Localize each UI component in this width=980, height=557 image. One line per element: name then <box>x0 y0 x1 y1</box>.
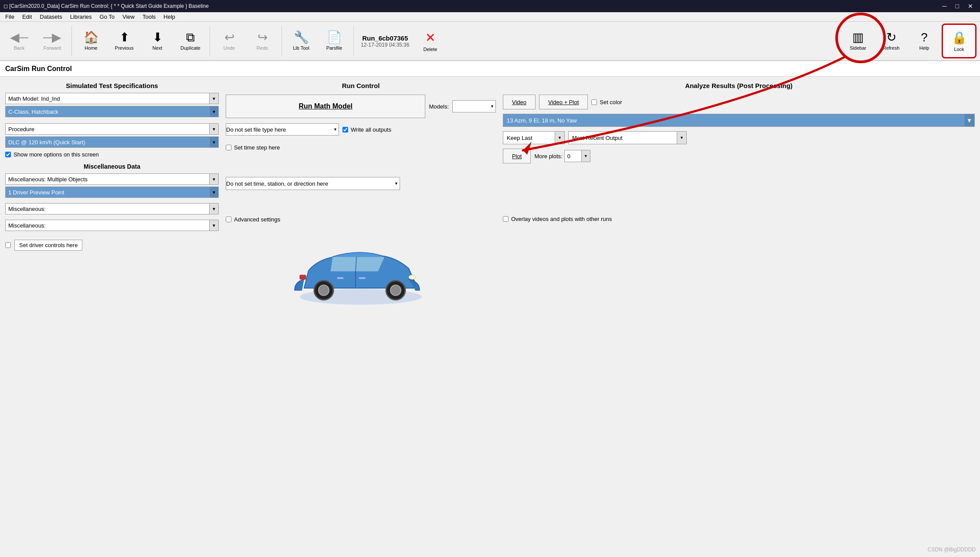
home-icon: 🏠 <box>84 31 99 44</box>
help-icon: ? <box>921 31 928 44</box>
svg-point-5 <box>390 285 401 295</box>
sep1 <box>71 26 72 56</box>
overlay-label: Overlay videos and plots with other runs <box>511 216 612 222</box>
procedure-text: Procedure <box>5 123 209 135</box>
sim-specs-title: Simulated Test Specifications <box>5 82 219 89</box>
most-recent-wrapper: Most Recent Output ▼ <box>568 131 687 144</box>
minimize-button[interactable]: ─ <box>939 2 950 10</box>
undo-icon: ↩ <box>224 31 234 44</box>
lock-button[interactable]: 🔒 Lock <box>942 24 977 58</box>
plot-button[interactable]: Plot <box>503 149 531 163</box>
redo-button[interactable]: ↪ Redo <box>247 24 278 58</box>
view-select-row: 13 Azm, 9 El, 18 m, No Yaw ▼ <box>503 114 975 127</box>
right-panel: Analyze Results (Post Processing) Video … <box>503 82 975 552</box>
file-type-wrapper: Do not set file type here <box>226 123 339 136</box>
write-all-label: Write all outputs <box>351 126 391 133</box>
undo-button[interactable]: ↩ Undo <box>214 24 245 58</box>
redo-icon: ↪ <box>258 31 268 44</box>
video-buttons-row: Video Video + Plot Set color <box>503 95 975 109</box>
math-model-dropdown-btn[interactable]: ▼ <box>209 93 219 104</box>
overlay-checkbox[interactable] <box>503 216 509 222</box>
plot-row: Plot More plots: 0 ▼ <box>503 149 975 163</box>
next-button[interactable]: ⬇ Next <box>142 24 173 58</box>
menu-view[interactable]: View <box>119 13 138 21</box>
help-button[interactable]: ? Help <box>909 24 940 58</box>
svg-rect-8 <box>337 277 344 279</box>
most-recent-btn[interactable]: ▼ <box>677 131 687 144</box>
forward-icon: ─▶ <box>43 31 61 44</box>
vehicle-dropdown-btn[interactable]: ▼ <box>209 106 219 117</box>
misc2-text: Miscellaneous: <box>5 203 209 214</box>
left-panel: Simulated Test Specifications Math Model… <box>5 82 219 552</box>
math-model-text: Math Model: Ind_Ind <box>5 93 209 104</box>
menu-datasets[interactable]: Datasets <box>36 13 65 21</box>
back-button[interactable]: ◀─ Back <box>3 24 35 58</box>
refresh-button[interactable]: ↻ Refresh <box>875 24 907 58</box>
set-driver-button[interactable]: Set driver controls here <box>14 240 82 251</box>
menu-libraries[interactable]: Libraries <box>67 13 95 21</box>
time-step-checkbox[interactable] <box>226 145 231 150</box>
menu-tools[interactable]: Tools <box>139 13 159 21</box>
misc3-dropdown-btn[interactable]: ▼ <box>209 220 219 231</box>
set-driver-checkbox[interactable] <box>5 242 11 248</box>
show-more-label: Show more options on this screen <box>14 151 99 158</box>
show-more-checkbox[interactable] <box>5 152 11 157</box>
toolbar: ◀─ Back ─▶ Forward 🏠 Home ⬆ Previous ⬇ N… <box>0 22 980 61</box>
driver-preview-dropdown-btn[interactable]: ▼ <box>209 187 219 198</box>
previous-button[interactable]: ⬆ Previous <box>109 24 140 58</box>
menu-goto[interactable]: Go To <box>96 13 118 21</box>
misc-data-title: Miscellaneous Data <box>5 163 219 170</box>
middle-panel: Run Control Run Math Model Models: Do no… <box>226 82 496 552</box>
misc1-dropdown-btn[interactable]: ▼ <box>209 173 219 185</box>
lock-icon: 🔒 <box>952 31 967 45</box>
maximize-button[interactable]: □ <box>952 2 963 10</box>
delete-icon: ✕ <box>425 31 435 45</box>
view-value[interactable]: 13 Azm, 9 El, 18 m, No Yaw <box>503 114 964 127</box>
run-control-title: Run Control <box>226 82 496 89</box>
menu-help[interactable]: Help <box>160 13 179 21</box>
parsfile-button[interactable]: 📄 Parsfile <box>319 24 350 58</box>
duplicate-button[interactable]: ⧉ Duplicate <box>175 24 206 58</box>
car-image <box>291 240 431 310</box>
run-math-button[interactable]: Run Math Model <box>226 95 425 118</box>
models-select[interactable] <box>452 100 496 112</box>
window-controls: ─ □ ✕ <box>939 2 977 10</box>
procedure-value-row: DLC @ 120 km/h (Quick Start) ▼ <box>5 136 219 148</box>
procedure-value-text[interactable]: DLC @ 120 km/h (Quick Start) <box>5 136 209 148</box>
misc2-dropdown-btn[interactable]: ▼ <box>209 203 219 214</box>
direction-select[interactable]: Do not set time, station, or direction h… <box>226 177 400 190</box>
forward-button[interactable]: ─▶ Forward <box>37 24 68 58</box>
sep4 <box>353 26 354 56</box>
car-image-area <box>226 231 496 319</box>
sidebar-button[interactable]: ▥ Sidebar <box>842 24 874 58</box>
home-button[interactable]: 🏠 Home <box>75 24 107 58</box>
file-type-select[interactable]: Do not set file type here <box>226 123 339 136</box>
procedure-row: Procedure ▼ <box>5 123 219 135</box>
main-content: Simulated Test Specifications Math Model… <box>0 77 980 557</box>
vehicle-text[interactable]: C-Class, Hatchback <box>5 106 209 117</box>
close-button[interactable]: ✕ <box>964 2 977 10</box>
video-plot-button[interactable]: Video + Plot <box>539 95 588 109</box>
menu-edit[interactable]: Edit <box>19 13 35 21</box>
video-button[interactable]: Video <box>503 95 536 109</box>
show-more-row: Show more options on this screen <box>5 151 219 158</box>
libtool-button[interactable]: 🔧 Lib Tool <box>285 24 317 58</box>
set-color-checkbox[interactable] <box>591 99 597 105</box>
view-dropdown-btn[interactable]: ▼ <box>964 114 975 127</box>
more-plots-label: More plots: <box>534 153 562 160</box>
procedure-value-dropdown-btn[interactable]: ▼ <box>209 136 219 148</box>
write-all-checkbox[interactable] <box>342 127 348 132</box>
more-plots-wrapper: 0 ▼ <box>564 150 590 162</box>
procedure-dropdown-btn[interactable]: ▼ <box>209 123 219 135</box>
menu-file[interactable]: File <box>2 13 18 21</box>
more-plots-row: More plots: 0 ▼ <box>534 150 590 162</box>
misc3-row: Miscellaneous: ▼ <box>5 220 219 231</box>
time-step-row: Set time step here <box>226 144 496 151</box>
advanced-checkbox[interactable] <box>226 217 231 222</box>
delete-button[interactable]: ✕ Delete <box>414 24 446 58</box>
more-plots-btn[interactable]: ▼ <box>582 150 590 162</box>
svg-point-3 <box>319 285 329 295</box>
vehicle-row: C-Class, Hatchback ▼ <box>5 106 219 117</box>
driver-preview-text[interactable]: 1 Driver Preview Point <box>5 187 209 198</box>
keep-last-btn[interactable]: ▼ <box>555 131 565 144</box>
